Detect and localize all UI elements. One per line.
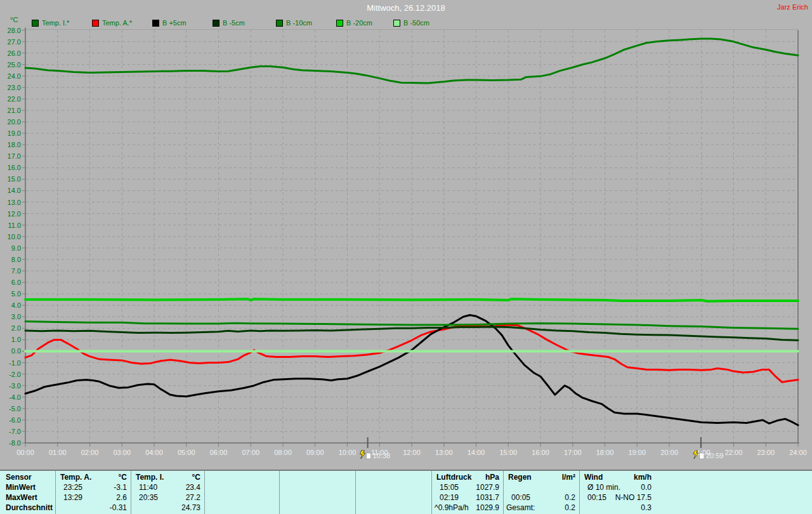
y-tick-label: -5.0 [9, 405, 21, 412]
summary-col-wind: Wind km/h Ø 10 min. 0.0 00:15 N-NO 17.5 … [579, 471, 655, 514]
y-tick-label: 23.0 [8, 84, 21, 91]
row-label-maxwert: MaxWert [6, 493, 37, 502]
max-time: 13:29 [63, 493, 82, 502]
avg-value: 0.0 [641, 483, 652, 492]
x-tick-label: 20:00 [660, 449, 678, 456]
avg-label: Ø 10 min. [587, 483, 620, 492]
col-header: Luftdruck [436, 473, 471, 482]
x-tick-label: 14:00 [468, 449, 485, 456]
y-tick-label: 15.0 [8, 175, 21, 183]
y-tick-label: -8.0 [9, 439, 21, 447]
x-tick-label: 17:00 [564, 449, 582, 456]
x-tick-label: 16:00 [532, 449, 549, 456]
min-time: 15:05 [440, 483, 459, 492]
x-tick-label: 10:00 [339, 449, 357, 456]
row-time: 00:05 [511, 493, 530, 502]
y-tick-label: 26.0 [8, 49, 21, 57]
y-tick-label: 10.0 [8, 233, 21, 241]
x-tick-label: 13:00 [435, 449, 453, 456]
x-tick-label: 01:00 [49, 449, 67, 456]
min-time: 23:25 [63, 483, 82, 492]
y-tick-label: 27.0 [8, 38, 21, 46]
summary-col-temp-i: Temp. I. °C 11:40 23.4 20:35 27.2 24.73 [131, 471, 204, 514]
col-unit: °C [119, 473, 127, 482]
y-tick-label: -4.0 [9, 393, 21, 401]
x-tick-label: 04:00 [145, 449, 163, 456]
y-tick-label: 24.0 [8, 72, 21, 80]
x-tick-label: 03:00 [113, 449, 131, 456]
col-unit: hPa [485, 473, 499, 482]
y-tick-label: 14.0 [8, 187, 21, 194]
y-tick-label: 12.0 [8, 210, 21, 218]
x-tick-label: 00:00 [16, 449, 34, 456]
y-tick-label: 5.0 [11, 290, 21, 298]
y-tick-label: 21.0 [8, 107, 21, 114]
y-tick-label: 1.0 [11, 336, 21, 343]
series-b-20cm [25, 299, 798, 301]
summary-col-temp-a: Temp. A. °C 23:25 -3.1 13:29 2.6 -0.31 [55, 471, 131, 514]
summary-col-luftdruck: Luftdruck hPa 15:05 1027.9 02:19 1031.7 … [431, 471, 503, 514]
max-value: 1031.7 [476, 493, 499, 502]
y-tick-label: 3.0 [11, 313, 21, 320]
max-value: N-NO 17.5 [615, 493, 652, 502]
x-tick-label: 05:00 [178, 449, 195, 456]
y-tick-label: -6.0 [9, 416, 21, 424]
x-tick-label: 23:00 [757, 449, 775, 456]
y-tick-label: 6.0 [11, 279, 21, 286]
summary-table: Sensor MinWert MaxWert Durchschnitt Temp… [0, 470, 812, 514]
max-time: 20:35 [139, 493, 158, 502]
x-tick-label: 08:00 [274, 449, 292, 456]
col-header: Wind [584, 473, 603, 482]
y-tick-label: 4.0 [11, 301, 21, 309]
x-tick-label: 22:00 [725, 449, 743, 456]
min-value: 1027.9 [476, 483, 499, 492]
y-tick-label: 28.0 [8, 27, 21, 34]
y-tick-label: 2.0 [11, 324, 21, 332]
total-label: Gesamt: [506, 503, 535, 512]
total-value: 0.2 [565, 503, 575, 512]
row-value: 0.2 [565, 493, 575, 502]
series-b-5cm [25, 327, 798, 340]
weather-logger-window: { "header": { "title": "Mittwoch, 26.12.… [0, 0, 812, 514]
x-tick-label: 06:00 [210, 449, 228, 456]
y-tick-label: -2.0 [9, 371, 21, 378]
row-label-durchschnitt: Durchschnitt [6, 503, 53, 512]
lightning-icon [360, 451, 365, 459]
col-header: Regen [508, 473, 532, 482]
event-marker-time: 20:59 [706, 452, 724, 459]
x-tick-label: 15:00 [499, 449, 517, 456]
y-tick-label: 9.0 [11, 244, 21, 252]
event-marker-page-icon [700, 453, 704, 459]
col-header: Temp. I. [136, 473, 164, 482]
temperature-chart: -8.0-7.0-6.0-5.0-4.0-3.0-2.0-1.00.01.02.… [0, 0, 812, 468]
max-value: 27.2 [186, 493, 200, 502]
y-tick-label: 16.0 [8, 164, 21, 171]
avg-value: 24.73 [181, 503, 200, 512]
y-tick-label: 18.0 [8, 141, 21, 148]
trend-label: ^0.9hPa/h [435, 503, 469, 512]
y-tick-label: 7.0 [11, 267, 21, 275]
row-label-sensor: Sensor [6, 473, 32, 482]
x-tick-label: 09:00 [306, 449, 324, 456]
y-tick-label: 13.0 [8, 199, 21, 206]
y-tick-label: 22.0 [8, 95, 21, 103]
min-time: 11:40 [139, 483, 157, 492]
col-unit: km/h [634, 473, 652, 482]
col-header: Temp. A. [60, 473, 91, 482]
y-tick-label: -1.0 [9, 359, 21, 367]
row-value: 0.3 [641, 503, 652, 512]
y-tick-label: -3.0 [9, 382, 21, 390]
summary-col-regen: Regen l/m² 00:05 0.2 Gesamt: 0.2 [503, 471, 579, 514]
y-tick-label: 11.0 [8, 221, 21, 229]
x-tick-label: 19:00 [628, 449, 646, 456]
summary-row-labels: Sensor MinWert MaxWert Durchschnitt [0, 471, 55, 514]
event-marker-time: 10:38 [373, 452, 391, 459]
max-value: 2.6 [116, 493, 127, 502]
col-unit: l/m² [562, 473, 575, 482]
y-tick-label: 8.0 [11, 256, 21, 263]
max-time: 00:15 [587, 493, 606, 502]
y-tick-label: 17.0 [8, 152, 21, 160]
y-tick-label: 25.0 [8, 61, 21, 69]
row-label-minwert: MinWert [6, 483, 36, 492]
col-unit: °C [192, 473, 200, 482]
